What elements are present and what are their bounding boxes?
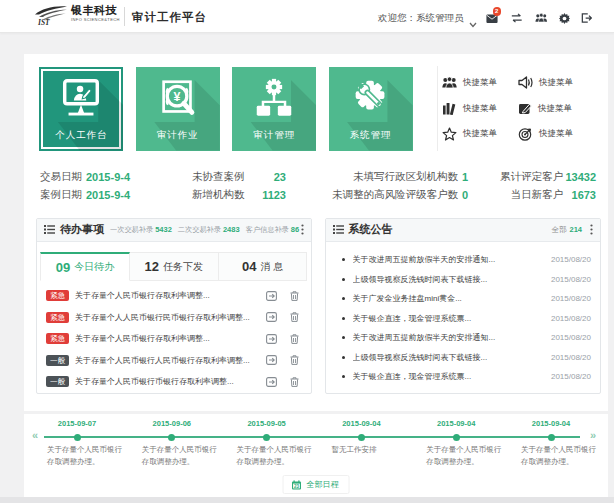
- notice-item-date: 2015/08/20: [551, 314, 591, 323]
- trash-icon[interactable]: [290, 355, 299, 365]
- tab-messages[interactable]: 04 消 息: [219, 252, 308, 281]
- quick-menu-item-users[interactable]: 快捷菜单: [442, 75, 497, 90]
- timeline-prev-icon[interactable]: «: [32, 429, 38, 441]
- todo-stat-label: 一次交易补录: [110, 225, 153, 235]
- chevron-down-icon[interactable]: [469, 14, 477, 32]
- audit-search-icon: ¥: [155, 76, 201, 122]
- stat-label: 交易日期: [40, 170, 86, 184]
- logo-swoosh-icon: IST: [34, 4, 68, 30]
- notice-item[interactable]: 关于广发金业务挂盘mini黄金... 2015/08/20: [335, 289, 592, 309]
- timeline-dot-icon: [358, 434, 365, 441]
- tab-task-dispatch[interactable]: 12 任务下发: [130, 252, 219, 281]
- tile-personal-workbench[interactable]: 个人工作台: [39, 67, 123, 151]
- logout-icon[interactable]: [581, 10, 596, 25]
- svg-text:IST: IST: [37, 18, 50, 26]
- notice-item[interactable]: 关于银企直连，现金管理系统票... 2015/08/20: [335, 309, 592, 329]
- notice-item[interactable]: 关于改进周五提前放假半天的安排通知... 2015/08/20: [335, 328, 592, 348]
- tile-system-management[interactable]: 系统管理: [329, 67, 413, 151]
- kebab-menu-icon[interactable]: [590, 224, 593, 235]
- notice-all[interactable]: 全部 214: [551, 225, 590, 235]
- tile-audit-operations[interactable]: ¥ 审计作业: [136, 67, 220, 151]
- stat-label: 未协查案例: [192, 170, 245, 184]
- timeline-entry-line2: 存取调整办理。: [521, 456, 601, 468]
- bullet-icon: [342, 317, 345, 320]
- todo-tabs: 09 今日待办 12 任务下发 04 消 息: [40, 252, 308, 281]
- notice-item[interactable]: 上级领导视察反洗钱时间表下载链接... 2015/08/20: [335, 270, 592, 290]
- bullet-icon: [342, 258, 345, 261]
- priority-badge: 紧急: [46, 290, 69, 301]
- forward-icon[interactable]: [266, 377, 277, 387]
- todo-item-text: 关于存量个人民币银行币银行存取利率调整...: [75, 376, 258, 387]
- calendar-icon: 23: [292, 480, 302, 490]
- priority-badge: 一般: [46, 355, 69, 366]
- timeline-entry-line2: 存取调整办理。: [237, 456, 317, 468]
- list-icon: [44, 225, 55, 234]
- trash-icon[interactable]: [290, 377, 299, 387]
- quick-menu-item-target[interactable]: 快捷菜单: [518, 126, 573, 141]
- notice-item-text: 关于银企直连，现金管理系统票...: [353, 313, 545, 324]
- logo-divider: [124, 7, 125, 26]
- tab-count: 04: [242, 259, 256, 274]
- notice-item[interactable]: 关于银企直连，现金管理系统票... 2015/08/20: [335, 367, 592, 387]
- quick-menu-item-library[interactable]: 快捷菜单: [442, 101, 497, 116]
- notice-list: 关于改进周五提前放假半天的安排通知... 2015/08/20 上级领导视察反洗…: [326, 242, 601, 387]
- todo-item[interactable]: 紧急 关于存量个人民币银行存取利率调整...: [46, 328, 301, 350]
- kebab-menu-icon[interactable]: [301, 224, 304, 235]
- forward-icon[interactable]: [266, 334, 277, 344]
- stat-label: 案例日期: [40, 188, 86, 202]
- priority-badge: 一般: [46, 376, 69, 387]
- trash-icon[interactable]: [290, 334, 299, 344]
- workbench-monitor-icon: [58, 76, 104, 122]
- forward-icon[interactable]: [266, 355, 277, 365]
- messages-icon[interactable]: 2: [486, 10, 501, 25]
- stat-unadjusted-highrisk: 未调整的高风险评级客户数 0: [320, 188, 472, 202]
- todo-item[interactable]: 紧急 关于存量个人人民币银行民币银行存取利率调整...: [46, 307, 301, 329]
- todo-item[interactable]: 一般 关于存量个人民币银行人民币银行存取利率调整...: [46, 350, 301, 372]
- trash-icon[interactable]: [290, 291, 299, 301]
- welcome-user[interactable]: 欢迎您：系统管理员: [378, 12, 464, 25]
- todo-item[interactable]: 紧急 关于存量个人民币银行存取利率调整...: [46, 285, 301, 307]
- timeline-entry-line2: 存取调整办理。: [426, 456, 506, 468]
- stat-label: 新增机构数: [192, 188, 245, 202]
- tab-label: 任务下发: [163, 260, 203, 274]
- timeline-entry-line1: 关于存量个人民币银行: [426, 444, 506, 456]
- tab-today-todo[interactable]: 09 今日待办: [40, 252, 130, 281]
- stat-label: 未填写行政区划机构数: [320, 170, 458, 184]
- forward-icon[interactable]: [266, 291, 277, 301]
- gear-wrench-icon: [348, 76, 394, 122]
- notice-item-date: 2015/08/20: [551, 294, 591, 303]
- stat-label: 当日新客户: [472, 188, 563, 202]
- list-icon: [333, 225, 344, 234]
- tile-audit-management[interactable]: 审计管理: [232, 67, 316, 151]
- stat-value: 1673: [563, 189, 596, 201]
- quick-menu-label: 快捷菜单: [539, 128, 573, 140]
- swap-icon[interactable]: [511, 10, 526, 25]
- stat-label: 累计评定客户: [472, 170, 563, 184]
- notice-all-label: 全部: [551, 225, 566, 235]
- timeline-entry-line1: 关于存量个人民币银行: [47, 444, 127, 456]
- todo-stat-label: 二次交易补录: [178, 225, 221, 235]
- users-icon[interactable]: [535, 10, 550, 25]
- timeline-dot-icon: [263, 434, 270, 441]
- quick-menu-item-edit[interactable]: 快捷菜单: [518, 101, 572, 116]
- timeline-next-icon[interactable]: »: [590, 429, 596, 441]
- all-schedule-button[interactable]: 23 全部日程: [283, 475, 350, 494]
- todo-item-actions: [266, 312, 299, 322]
- timeline-date: 2015-09-06: [125, 419, 219, 428]
- schedule-timeline: « » 2015-09-07 关于存量个人民币银行 存取调整办理。 2015-0…: [24, 414, 608, 497]
- timeline-entry-text: 关于存量个人民币银行 存取调整办理。: [521, 444, 601, 467]
- app-title: 审计工作平台: [132, 10, 207, 25]
- target-icon: [518, 127, 533, 141]
- notice-item[interactable]: 上级领导视察反洗钱时间表下载链接... 2015/08/20: [335, 348, 592, 368]
- notice-item[interactable]: 关于改进周五提前放假半天的安排通知... 2015/08/20: [335, 250, 592, 270]
- todo-stat-value: 2483: [223, 225, 240, 234]
- svg-text:¥: ¥: [173, 89, 180, 103]
- forward-icon[interactable]: [266, 312, 277, 322]
- todo-item[interactable]: 一般 关于存量个人民币银行币银行存取利率调整...: [46, 371, 301, 393]
- quick-menu-item-favorites[interactable]: 快捷菜单: [442, 126, 497, 141]
- timeline-date: 2015-09-05: [220, 419, 314, 428]
- quick-menu-item-announce[interactable]: 快捷菜单: [518, 75, 573, 90]
- quick-menu-label: 快捷菜单: [539, 77, 573, 89]
- gear-icon[interactable]: [559, 10, 574, 25]
- trash-icon[interactable]: [290, 312, 299, 322]
